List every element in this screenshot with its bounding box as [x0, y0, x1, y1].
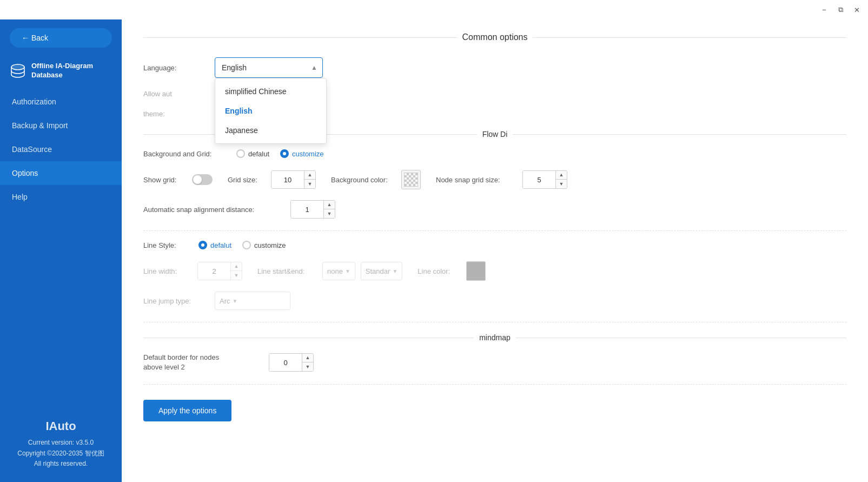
- line-width-field: Line width: ▲ ▼: [143, 262, 242, 280]
- language-dropdown-wrap: English ▲ simplified Chinese English Jap…: [215, 57, 323, 78]
- line-standard-dropdown[interactable]: Standar ▼: [361, 262, 402, 280]
- database-icon: [10, 63, 26, 79]
- grid-size-label: Grid size:: [228, 176, 266, 184]
- line-color-label: Line color:: [418, 267, 461, 275]
- sidebar-item-help[interactable]: Help: [0, 185, 122, 209]
- mindmap-right-line: [516, 338, 846, 338]
- sidebar-item-authorization[interactable]: Authorization: [0, 90, 122, 114]
- bg-customize-circle: [280, 149, 289, 158]
- show-grid-label: Show grid:: [143, 176, 187, 184]
- language-option-ja[interactable]: Japanese: [215, 121, 326, 140]
- line-style-label: Line Style:: [143, 241, 192, 249]
- line-width-down[interactable]: ▼: [231, 271, 242, 280]
- sidebar-nav: Authorization Backup & Import DataSource…: [0, 90, 122, 406]
- line-jump-value: Arc: [220, 297, 230, 305]
- bg-color-label: Background color:: [331, 176, 396, 184]
- grid-size-up[interactable]: ▲: [304, 171, 315, 180]
- line-jump-arrow-icon: ▼: [233, 298, 238, 304]
- apply-button[interactable]: Apply the options: [143, 400, 231, 421]
- language-selected-value: English: [222, 63, 247, 72]
- line-style-radio-group: defalut customize: [198, 241, 286, 249]
- flow-right-line: [513, 134, 846, 135]
- line-standard-value: Standar: [366, 267, 390, 275]
- bg-grid-label: Background and Grid:: [143, 150, 230, 158]
- app-name-label: IAuto: [10, 417, 112, 435]
- grid-size-down[interactable]: ▼: [304, 180, 315, 188]
- grid-size-input-wrap: ▲ ▼: [271, 170, 316, 189]
- main-content: Common options Language: English ▲ simpl…: [122, 19, 868, 482]
- mindmap-divider: mindmap: [143, 333, 846, 342]
- language-option-en[interactable]: English: [215, 101, 326, 121]
- back-button[interactable]: ← Back: [10, 28, 112, 48]
- db-name-label: Offline IA-Diagram Database: [31, 62, 112, 80]
- line-startend-label: Line start&end:: [257, 267, 317, 275]
- language-select[interactable]: English: [215, 57, 323, 78]
- line-width-up[interactable]: ▲: [231, 262, 242, 271]
- line-width-spinners: ▲ ▼: [230, 262, 242, 280]
- bg-customize-radio[interactable]: customize: [280, 149, 324, 158]
- border-label: Default border for nodes above level 2: [143, 353, 262, 372]
- version-label: Current version: v3.5.0: [28, 439, 94, 446]
- auto-snap-row: Automatic snap alignment distance: ▲ ▼: [143, 200, 846, 219]
- grid-size-input[interactable]: [271, 171, 304, 188]
- border-input[interactable]: [269, 354, 302, 371]
- bg-default-circle: [236, 149, 245, 158]
- line-default-radio[interactable]: defalut: [198, 241, 231, 249]
- node-snap-down[interactable]: ▼: [556, 180, 567, 188]
- db-info: Offline IA-Diagram Database: [0, 58, 122, 90]
- line-startend-value: none: [327, 267, 343, 275]
- border-up[interactable]: ▲: [302, 354, 313, 362]
- sidebar-item-options[interactable]: Options: [0, 161, 122, 185]
- sidebar-item-datasource[interactable]: DataSource: [0, 137, 122, 161]
- line-default-circle: [198, 241, 207, 249]
- bg-color-picker[interactable]: [401, 170, 421, 189]
- sidebar: ← Back Offline IA-Diagram Database Autho…: [0, 19, 122, 482]
- line-default-label: defalut: [210, 241, 231, 249]
- node-snap-label: Node snap grid size:: [436, 176, 517, 184]
- bg-color-field: Background color:: [331, 170, 421, 189]
- auto-snap-spinners: ▲ ▼: [323, 201, 335, 218]
- language-option-zh[interactable]: simplified Chinese: [215, 82, 326, 101]
- sidebar-item-backup[interactable]: Backup & Import: [0, 114, 122, 137]
- line-width-input[interactable]: [198, 262, 230, 280]
- line-customize-circle: [242, 241, 251, 249]
- app-window: − ⧉ ✕ ← Back Offline IA-Diagram Database…: [0, 0, 868, 482]
- minimize-button[interactable]: −: [819, 5, 829, 15]
- auto-snap-input[interactable]: [291, 201, 323, 218]
- theme-label: theme:: [143, 110, 208, 118]
- auto-snap-up[interactable]: ▲: [324, 201, 335, 209]
- dropdown-down-icon-2: ▼: [392, 268, 397, 274]
- line-customize-radio[interactable]: customize: [242, 241, 286, 249]
- allow-aut-label: Allow aut: [143, 90, 208, 98]
- line-startend-dropdown[interactable]: none ▼: [322, 262, 355, 280]
- line-width-label: Line width:: [143, 267, 192, 275]
- line-jump-dropdown[interactable]: Arc ▼: [215, 292, 290, 310]
- bg-default-radio[interactable]: defalut: [236, 149, 269, 158]
- section-divider-3: [143, 384, 846, 385]
- node-snap-field: Node snap grid size: ▲ ▼: [436, 170, 567, 189]
- node-snap-input[interactable]: [523, 171, 555, 188]
- rights-label: All rights reserved.: [34, 460, 88, 467]
- section-divider-1: [143, 230, 846, 231]
- sidebar-footer: IAuto Current version: v3.5.0 Copyright …: [0, 406, 122, 482]
- line-detail-row: Line width: ▲ ▼ Line start&end: none ▼: [143, 261, 846, 281]
- line-customize-label: customize: [254, 241, 286, 249]
- restore-button[interactable]: ⧉: [836, 5, 845, 15]
- grid-size-spinners: ▲ ▼: [304, 171, 315, 188]
- bg-default-label: defalut: [248, 150, 269, 158]
- line-color-picker[interactable]: [466, 261, 486, 281]
- grid-settings-row: Show grid: Grid size: ▲ ▼: [143, 170, 846, 189]
- common-options-header: Common options: [143, 32, 846, 42]
- show-grid-toggle[interactable]: [192, 174, 213, 185]
- svg-point-1: [11, 64, 24, 70]
- auto-snap-down[interactable]: ▼: [324, 209, 335, 218]
- common-options-title: Common options: [462, 32, 528, 42]
- border-down[interactable]: ▼: [302, 362, 313, 371]
- close-button[interactable]: ✕: [852, 5, 862, 15]
- node-snap-up[interactable]: ▲: [556, 171, 567, 180]
- border-spinners: ▲ ▼: [302, 354, 313, 371]
- language-dropdown-menu[interactable]: simplified Chinese English Japanese: [215, 78, 327, 144]
- flow-diag-label: Flow Di: [482, 130, 508, 138]
- color-swatch: [404, 173, 418, 187]
- bg-grid-radio-group: defalut customize: [236, 149, 324, 158]
